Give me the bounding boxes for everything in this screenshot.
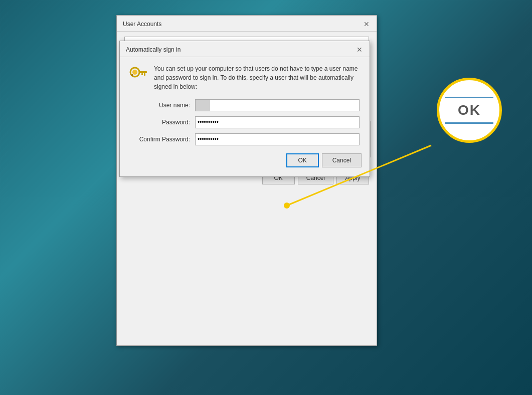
username-row: User name: [130,99,360,111]
dialog-info-row: You can set up your computer so that use… [128,64,362,91]
svg-rect-7 [144,73,145,76]
ok-circle-top-line [445,97,493,98]
confirm-password-label: Confirm Password: [130,136,195,143]
ok-circle-inner: OK [439,93,499,128]
dialog-cancel-button[interactable]: Cancel [322,153,362,167]
dialog-title: Automatically sign in [126,46,181,53]
confirm-password-row: Confirm Password: [130,133,360,145]
dialog-info-text: You can set up your computer so that use… [154,64,362,91]
username-input[interactable] [210,99,360,111]
dialog-buttons: OK Cancel [128,153,362,169]
username-prefix-block [195,99,210,111]
user-accounts-close-button[interactable]: ✕ [362,19,372,29]
username-input-wrapper [195,99,360,111]
password-input[interactable] [195,116,360,128]
svg-rect-8 [141,73,143,75]
dialog-body: You can set up your computer so that use… [120,57,370,176]
username-label: User name: [130,102,195,109]
dialog-ok-button[interactable]: OK [286,153,319,167]
ok-circle-label: OK [458,102,481,118]
user-accounts-titlebar: User Accounts ✕ [117,16,377,32]
password-label: Password: [130,119,195,126]
key-icon [128,64,148,84]
svg-point-9 [131,74,133,76]
user-accounts-title: User Accounts [123,21,161,28]
svg-point-5 [132,70,137,75]
svg-rect-6 [139,71,147,73]
ok-circle-bottom-line [445,122,493,124]
ok-callout: OK [437,78,502,143]
user-accounts-window: User Accounts ✕ Add... Remove Properties… [116,15,377,346]
auto-signin-dialog: Automatically sign in ✕ You can set up y… [119,41,370,177]
dialog-titlebar: Automatically sign in ✕ [120,41,370,57]
confirm-password-input[interactable] [195,133,360,145]
ok-circle: OK [437,78,502,143]
password-row: Password: [130,116,360,128]
dialog-close-button[interactable]: ✕ [354,45,365,55]
dialog-form: User name: Password: Confirm Password: [128,99,362,145]
